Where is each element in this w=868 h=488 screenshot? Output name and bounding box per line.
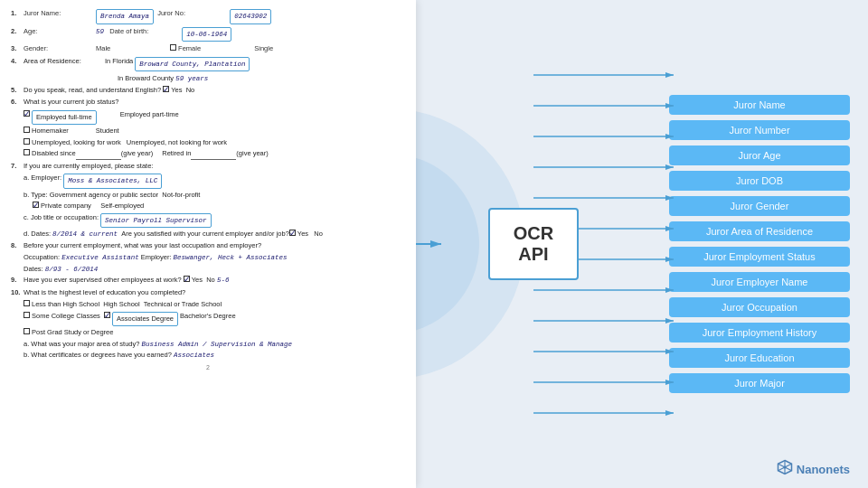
- employer-value: Moss & Associates, LLC: [68, 177, 157, 184]
- area-broward-value: 59 years: [175, 74, 208, 84]
- juror-name-box: Brenda Amaya: [96, 9, 154, 24]
- svg-line-18: [785, 467, 792, 471]
- field-btn-juror-employment-status[interactable]: Juror Employment Status: [669, 247, 850, 267]
- dob-label: Date of birth:: [109, 27, 182, 37]
- juror-number-label: Juror No:: [157, 9, 230, 19]
- line-num-3: 3.: [11, 44, 24, 54]
- disabled-blank: [76, 149, 121, 160]
- education-line: 10. What is the highest level of educati…: [11, 288, 405, 298]
- certificates-label: b. What certificates or degrees have you…: [24, 351, 172, 361]
- supervised-no: No: [206, 276, 215, 286]
- employed-full-time-box: Employed full-time: [32, 110, 97, 126]
- employer-line: a. Employer: Moss & Associates, LLC: [24, 174, 405, 189]
- currently-employed-line: 7. If you are currently employed, please…: [11, 162, 405, 172]
- unemployed-not-looking: Unemployed, not looking for work: [127, 138, 227, 148]
- currently-employed-label: If you are currently employed, please st…: [24, 162, 153, 172]
- line-num-10: 10.: [11, 288, 24, 298]
- employer-box: Moss & Associates, LLC: [63, 174, 162, 189]
- unemployed-looking: Unemployed, looking for work: [32, 138, 121, 148]
- last-dates-value: 8/93 - 6/2014: [45, 265, 99, 275]
- last-employer-value: Beswanger, Heck + Associates: [174, 253, 288, 263]
- field-btn-juror-area-of-residence[interactable]: Juror Area of Residence: [669, 221, 850, 241]
- field-btn-juror-employment-history[interactable]: Juror Employment History: [669, 323, 850, 343]
- document-panel: 1. Juror Name: Brenda Amaya Juror No: 02…: [0, 0, 416, 488]
- age-dob-line: 2. Age: 59 Date of birth: 10-06-1964: [11, 27, 405, 42]
- juror-name-value: Brenda Amaya: [100, 13, 149, 20]
- gender-line: 3. Gender: Male Female Single: [11, 44, 405, 54]
- single-label: Single: [254, 44, 326, 54]
- ocr-api-box: OCR API: [488, 208, 579, 280]
- field-btn-juror-dob[interactable]: Juror DOB: [669, 171, 850, 191]
- field-btn-juror-occupation[interactable]: Juror Occupation: [669, 297, 850, 317]
- line-num-9: 9.: [11, 276, 24, 286]
- private-company-checkbox: [33, 202, 39, 208]
- area-florida-value: Broward County, Plantation: [139, 61, 245, 68]
- less-high-school: Less than High School: [32, 300, 99, 310]
- homemaker-label: Homemaker: [32, 127, 69, 136]
- supervised-line: 9. Have you ever supervised other employ…: [11, 276, 405, 286]
- juror-name-line: 1. Juror Name: Brenda Amaya Juror No: 02…: [11, 9, 405, 24]
- student-label: Student: [96, 127, 119, 136]
- disabled-label: Disabled since: [32, 149, 76, 159]
- last-occupation-line: Occupation: Executive Assistant Employer…: [24, 253, 405, 263]
- page-number: 2: [11, 364, 405, 371]
- ocr-label-line2: API: [518, 244, 548, 265]
- last-occupation-prefix: Occupation:: [24, 253, 60, 263]
- type-label: b. Type:: [24, 191, 48, 201]
- major-value: Business Admin / Supervision & Manage: [141, 340, 292, 350]
- associates-degree: Associates Degree: [117, 314, 174, 323]
- juror-number-box: 02643902: [230, 9, 271, 24]
- high-school: High School: [103, 300, 139, 310]
- last-employer-prefix: Employer:: [141, 253, 172, 263]
- job-title-value: Senior Payroll Supervisor: [105, 217, 207, 224]
- main-container: 1. Juror Name: Brenda Amaya Juror No: 02…: [0, 0, 868, 488]
- education-options-1: Less than High School High School Techni…: [24, 300, 405, 310]
- field-btn-juror-employer-name[interactable]: Juror Employer Name: [669, 272, 850, 292]
- supervised-label: Have you ever supervised other employees…: [24, 276, 182, 286]
- job-title-line: c. Job title or occupation: Senior Payro…: [24, 213, 405, 229]
- dates-label: d. Dates:: [24, 230, 51, 239]
- line-num-2: 2.: [11, 27, 24, 37]
- field-btn-juror-education[interactable]: Juror Education: [669, 348, 850, 368]
- line-num-1: 1.: [11, 9, 24, 19]
- major-label: a. What was your major area of study?: [24, 340, 139, 350]
- dob-box: 10-06-1964: [182, 27, 231, 42]
- field-btn-juror-number[interactable]: Juror Number: [669, 120, 850, 140]
- some-college-checkbox: [24, 312, 30, 318]
- area-broward-line: In Broward County 59 years: [24, 74, 405, 84]
- svg-line-20: [778, 467, 785, 471]
- associates-box: Associates Degree: [112, 312, 178, 327]
- employed-part-time: Employed part-time: [120, 110, 179, 120]
- homemaker-checkbox: [24, 127, 30, 133]
- area-in-florida: In Florida: [105, 57, 133, 67]
- area-florida-box: Broward County, Plantation: [135, 57, 250, 72]
- last-dates-line: Dates: 8/93 - 6/2014: [24, 265, 405, 275]
- area-line: 4. Area of Residence: In Florida Broward…: [11, 57, 405, 72]
- juror-name-label: Juror Name:: [24, 9, 96, 19]
- job-title-label: c. Job title or occupation:: [24, 213, 99, 223]
- bachelors: Bachelor's Degree: [180, 312, 235, 322]
- field-btn-juror-name[interactable]: Juror Name: [669, 95, 850, 115]
- education-options-2: Some College Classes Associates Degree B…: [24, 312, 405, 327]
- supervised-yes-checkbox: [184, 276, 190, 282]
- private-company-line: Private company Self-employed: [33, 202, 405, 211]
- job-title-box: Senior Payroll Supervisor: [100, 213, 212, 229]
- yes-label: Yes: [171, 86, 182, 96]
- dates-line: d. Dates: 8/2014 & current Are you satis…: [24, 230, 405, 239]
- svg-line-21: [778, 464, 785, 467]
- svg-line-17: [785, 464, 792, 467]
- less-hs-checkbox: [24, 300, 30, 306]
- disabled-checkbox: [24, 149, 30, 155]
- field-btn-juror-age[interactable]: Juror Age: [669, 145, 850, 165]
- age-value: 59: [96, 27, 104, 37]
- last-dates-prefix: Dates:: [24, 265, 43, 275]
- self-employed: Self-employed: [100, 202, 144, 211]
- private-company: Private company: [41, 202, 91, 211]
- field-btn-juror-major[interactable]: Juror Major: [669, 373, 850, 393]
- post-grad: Post Grad Study or Degree: [32, 328, 113, 338]
- field-btn-juror-gender[interactable]: Juror Gender: [669, 196, 850, 216]
- employed-checkbox: [24, 110, 30, 117]
- some-college: Some College Classes: [32, 312, 100, 322]
- line-num-7: 7.: [11, 162, 24, 172]
- nanonets-icon: [777, 459, 793, 479]
